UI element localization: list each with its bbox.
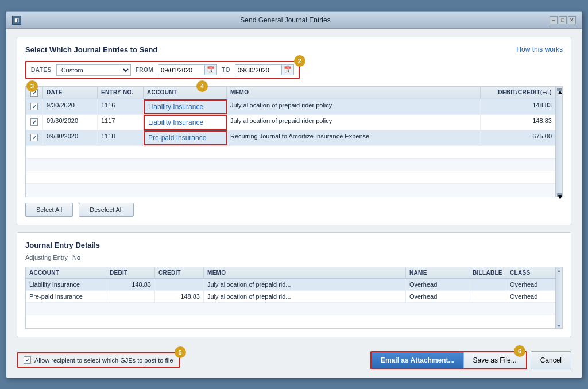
detail-row1-class: Overhead	[506, 279, 555, 290]
main-window: ◧ Send General Journal Entries − □ ✕ Sel…	[6, 11, 582, 378]
row3-checkbox[interactable]	[30, 134, 38, 141]
details-table-main: ACCOUNT DEBIT CREDIT MEMO NAME BILLABLE …	[26, 267, 555, 328]
detail-row2-debit	[106, 291, 155, 302]
footer: 5 Allow recipient to select which GJEs t…	[6, 345, 582, 378]
dates-dropdown[interactable]: Custom	[56, 64, 131, 76]
details-header-row: ACCOUNT DEBIT CREDIT MEMO NAME BILLABLE …	[26, 267, 555, 279]
allow-recipient-area: Allow recipient to select which GJEs to …	[17, 352, 180, 368]
email-save-wrap: Email as Attachment... Save as File...	[370, 351, 527, 369]
detail-row1-account: Liability Insurance	[26, 279, 106, 290]
row2-entry-no: 1117	[98, 115, 144, 130]
badge-3: 3	[26, 80, 38, 92]
detail-header-billable: BILLABLE	[469, 267, 506, 278]
row1-account-link[interactable]: Liability Insurance	[148, 103, 203, 111]
detail-row2-billable	[469, 291, 506, 302]
row1-checkbox[interactable]	[30, 103, 38, 110]
minimize-button[interactable]: −	[550, 16, 558, 24]
detail-header-account: ACCOUNT	[26, 267, 106, 278]
row3-debit-credit: -675.00	[481, 130, 555, 145]
from-date-wrap: 📅	[158, 64, 217, 75]
details-table: ACCOUNT DEBIT CREDIT MEMO NAME BILLABLE …	[25, 267, 563, 329]
row1-checkbox-cell	[26, 99, 43, 114]
detail-row1-billable	[469, 279, 506, 290]
detail-row: Pre-paid Insurance 148.83 July allocatio…	[26, 291, 555, 303]
badge-2: 2	[294, 55, 305, 67]
to-label: TO	[222, 67, 230, 73]
row3-checkbox-cell	[26, 130, 43, 145]
empty-row	[26, 146, 555, 159]
detail-row: Liability Insurance 148.83 July allocati…	[26, 279, 555, 291]
detail-empty-row	[26, 315, 555, 328]
how-this-works-link[interactable]: How this works	[516, 45, 563, 53]
details-scrollbar[interactable]: ▲ ▼	[555, 267, 562, 328]
row1-date: 9/30/2020	[43, 99, 98, 114]
entries-table-container: 3 4 DATE ENTRY NO. ACCOUNT	[25, 86, 563, 197]
detail-header-memo: MEMO	[204, 267, 406, 278]
row2-checkbox[interactable]	[30, 118, 38, 126]
cancel-button[interactable]: Cancel	[531, 351, 571, 369]
badge-6: 6	[514, 345, 525, 357]
row3-memo: Recurring Journal to Amortize Insurance …	[227, 130, 481, 145]
badge-4: 4	[196, 80, 208, 92]
row3-account-cell: Pre-paid Insurance	[144, 130, 227, 145]
empty-row	[26, 184, 555, 197]
footer-buttons: 6 Email as Attachment... Save as File...…	[370, 351, 571, 369]
dates-label: DATES	[31, 67, 52, 73]
title-bar-left: ◧	[12, 16, 21, 25]
maximize-button[interactable]: □	[559, 16, 567, 24]
main-content: Select Which Journal Entries to Send How…	[6, 29, 582, 345]
section-header: Select Which Journal Entries to Send How…	[25, 45, 563, 54]
detail-row1-debit: 148.83	[106, 279, 155, 290]
allow-recipient-label: Allow recipient to select which GJEs to …	[34, 357, 173, 364]
row2-memo: July allocation of prepaid rider policy	[227, 115, 481, 130]
detail-header-debit: DEBIT	[106, 267, 155, 278]
row2-account-link[interactable]: Liability Insurance	[148, 118, 203, 126]
detail-scroll-up[interactable]: ▲	[557, 268, 561, 272]
to-calendar-icon[interactable]: 📅	[281, 65, 293, 75]
detail-row1-name: Overhead	[406, 279, 469, 290]
allow-check-container: 5 Allow recipient to select which GJEs t…	[17, 352, 180, 368]
close-button[interactable]: ✕	[568, 16, 576, 24]
detail-row2-name: Overhead	[406, 291, 469, 302]
row2-date: 09/30/2020	[43, 115, 98, 130]
adjusting-entry-row: Adjusting Entry No	[25, 254, 563, 261]
select-all-button[interactable]: Select All	[25, 203, 73, 217]
selection-buttons: Select All Deselect All	[25, 203, 563, 217]
allow-recipient-checkbox[interactable]	[24, 356, 31, 364]
detail-header-name: NAME	[406, 267, 469, 278]
badge-5: 5	[175, 346, 186, 358]
dates-row: DATES Custom FROM 📅 TO 📅	[25, 61, 300, 79]
header-memo: MEMO	[227, 87, 481, 99]
details-title: Journal Entry Details	[25, 241, 563, 249]
row3-account-link[interactable]: Pre-paid Insurance	[148, 134, 206, 142]
title-bar: ◧ Send General Journal Entries − □ ✕	[6, 12, 582, 29]
row2-debit-credit: 148.83	[481, 115, 555, 130]
from-calendar-icon[interactable]: 📅	[204, 65, 216, 75]
row3-entry-no: 1118	[98, 130, 144, 145]
window-title: Send General Journal Entries	[21, 16, 550, 24]
scroll-up-arrow[interactable]: ▲	[557, 88, 562, 91]
header-account: ACCOUNT	[144, 87, 227, 99]
adjusting-label: Adjusting Entry	[25, 254, 68, 261]
from-date-input[interactable]	[158, 66, 204, 75]
detail-header-class: CLASS	[506, 267, 555, 278]
empty-row	[26, 159, 555, 171]
detail-scroll-down[interactable]: ▼	[557, 324, 561, 328]
app-icon: ◧	[12, 16, 21, 25]
table-scrollbar[interactable]: ▲ ▼	[555, 87, 562, 197]
detail-empty-row	[26, 303, 555, 315]
adjusting-value: No	[72, 254, 80, 261]
detail-row1-memo: July allocation of prepaid rid...	[204, 279, 406, 290]
row2-checkbox-cell	[26, 115, 43, 130]
deselect-all-button[interactable]: Deselect All	[79, 203, 133, 217]
empty-row	[26, 171, 555, 184]
to-date-input[interactable]	[235, 66, 281, 75]
journal-entries-section: Select Which Journal Entries to Send How…	[17, 37, 571, 225]
table-row: 9/30/2020 1116 Liability Insurance July …	[26, 99, 555, 115]
row3-date: 09/30/2020	[43, 130, 98, 145]
detail-row2-memo: July allocation of prepaid rid...	[204, 291, 406, 302]
scroll-down-arrow[interactable]: ▼	[557, 193, 562, 197]
table-row: 09/30/2020 1117 Liability Insurance July…	[26, 115, 555, 130]
email-attachment-button[interactable]: Email as Attachment...	[372, 352, 463, 368]
from-label: FROM	[136, 67, 153, 73]
